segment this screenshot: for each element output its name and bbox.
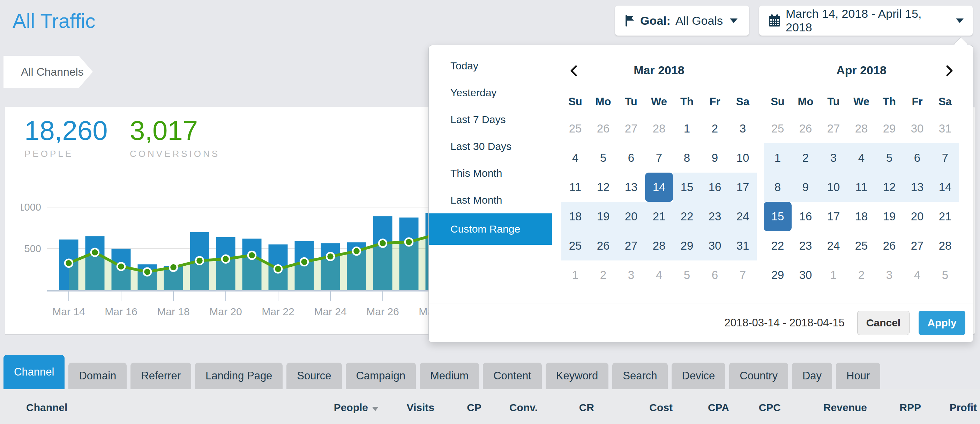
- day-cell[interactable]: 31: [931, 114, 959, 143]
- day-cell[interactable]: 29: [673, 231, 701, 260]
- day-cell[interactable]: 27: [903, 231, 931, 260]
- day-cell[interactable]: 27: [617, 114, 645, 143]
- day-cell[interactable]: 6: [617, 143, 645, 173]
- line-marker-mar-21[interactable]: [248, 251, 256, 259]
- tab-search[interactable]: Search: [612, 363, 667, 389]
- tab-domain[interactable]: Domain: [68, 363, 127, 389]
- day-cell[interactable]: 31: [729, 231, 757, 260]
- tab-country[interactable]: Country: [729, 363, 788, 389]
- preset-yesterday[interactable]: Yesterday: [429, 79, 552, 106]
- line-marker-mar-23[interactable]: [301, 258, 308, 266]
- tab-medium[interactable]: Medium: [420, 363, 479, 389]
- day-cell-selected[interactable]: 14: [645, 173, 673, 202]
- day-cell[interactable]: 6: [903, 143, 931, 173]
- day-cell[interactable]: 2: [589, 260, 617, 290]
- day-cell[interactable]: 1: [764, 143, 792, 173]
- day-cell[interactable]: 20: [617, 202, 645, 231]
- apply-button[interactable]: Apply: [919, 311, 965, 335]
- breadcrumb[interactable]: All Channels: [3, 56, 93, 88]
- day-cell[interactable]: 19: [875, 202, 903, 231]
- day-cell[interactable]: 21: [645, 202, 673, 231]
- cancel-button[interactable]: Cancel: [857, 311, 910, 335]
- day-cell[interactable]: 17: [729, 173, 757, 202]
- day-cell[interactable]: 27: [617, 231, 645, 260]
- line-marker-mar-20[interactable]: [222, 255, 229, 263]
- tab-device[interactable]: Device: [671, 363, 725, 389]
- day-cell[interactable]: 24: [729, 202, 757, 231]
- day-cell[interactable]: 5: [673, 260, 701, 290]
- day-cell[interactable]: 30: [701, 231, 729, 260]
- day-cell[interactable]: 24: [819, 231, 848, 260]
- day-cell[interactable]: 23: [792, 231, 819, 260]
- day-cell[interactable]: 28: [931, 231, 959, 260]
- day-cell[interactable]: 25: [562, 114, 589, 143]
- preset-last-month[interactable]: Last Month: [429, 187, 552, 213]
- tab-referrer[interactable]: Referrer: [130, 363, 191, 389]
- day-cell[interactable]: 3: [617, 260, 645, 290]
- line-marker-mar-14[interactable]: [65, 259, 73, 267]
- day-cell[interactable]: 2: [701, 114, 729, 143]
- day-cell[interactable]: 17: [819, 202, 848, 231]
- day-cell[interactable]: 16: [701, 173, 729, 202]
- day-cell[interactable]: 15: [673, 173, 701, 202]
- day-cell-selected[interactable]: 15: [764, 202, 792, 231]
- column-header-cpc[interactable]: CPC: [759, 402, 781, 413]
- column-header-revenue[interactable]: Revenue: [823, 402, 867, 413]
- tab-landing-page[interactable]: Landing Page: [195, 363, 283, 389]
- day-cell[interactable]: 9: [701, 143, 729, 173]
- column-header-cp[interactable]: CP: [467, 402, 482, 413]
- day-cell[interactable]: 26: [792, 114, 819, 143]
- line-marker-mar-15[interactable]: [91, 249, 99, 256]
- day-cell[interactable]: 7: [645, 143, 673, 173]
- day-cell[interactable]: 5: [589, 143, 617, 173]
- day-cell[interactable]: 26: [589, 114, 617, 143]
- day-cell[interactable]: 8: [673, 143, 701, 173]
- column-header-people[interactable]: People: [334, 402, 379, 413]
- preset-last-7-days[interactable]: Last 7 Days: [429, 106, 552, 133]
- tab-channel[interactable]: Channel: [3, 355, 65, 389]
- day-cell[interactable]: 20: [903, 202, 931, 231]
- day-cell[interactable]: 1: [819, 260, 848, 290]
- column-header-profit[interactable]: Profit: [950, 402, 977, 413]
- day-cell[interactable]: 25: [562, 231, 589, 260]
- column-header-rpp[interactable]: RPP: [899, 402, 921, 413]
- preset-today[interactable]: Today: [429, 52, 552, 79]
- tab-day[interactable]: Day: [792, 363, 832, 389]
- day-cell[interactable]: 3: [819, 143, 848, 173]
- day-cell[interactable]: 29: [764, 260, 792, 290]
- day-cell[interactable]: 11: [562, 173, 589, 202]
- day-cell[interactable]: 5: [875, 143, 903, 173]
- tab-content[interactable]: Content: [483, 363, 542, 389]
- line-marker-mar-26[interactable]: [379, 240, 387, 247]
- day-cell[interactable]: 18: [848, 202, 875, 231]
- day-cell[interactable]: 28: [848, 114, 875, 143]
- tab-keyword[interactable]: Keyword: [546, 363, 609, 389]
- column-header-channel[interactable]: Channel: [26, 402, 67, 413]
- day-cell[interactable]: 30: [903, 114, 931, 143]
- line-marker-mar-24[interactable]: [326, 253, 334, 260]
- tab-source[interactable]: Source: [286, 363, 342, 389]
- column-header-conv-[interactable]: Conv.: [509, 402, 538, 413]
- day-cell[interactable]: 2: [848, 260, 875, 290]
- day-cell[interactable]: 12: [589, 173, 617, 202]
- day-cell[interactable]: 28: [645, 114, 673, 143]
- preset-last-30-days[interactable]: Last 30 Days: [429, 133, 552, 160]
- column-header-visits[interactable]: Visits: [407, 402, 435, 413]
- line-marker-mar-25[interactable]: [353, 247, 360, 255]
- day-cell[interactable]: 29: [875, 114, 903, 143]
- day-cell[interactable]: 4: [645, 260, 673, 290]
- column-header-cr[interactable]: CR: [579, 402, 594, 413]
- day-cell[interactable]: 1: [562, 260, 589, 290]
- day-cell[interactable]: 25: [848, 231, 875, 260]
- column-header-cost[interactable]: Cost: [649, 402, 673, 413]
- day-cell[interactable]: 4: [848, 143, 875, 173]
- day-cell[interactable]: 7: [729, 260, 757, 290]
- day-cell[interactable]: 14: [931, 173, 959, 202]
- tab-campaign[interactable]: Campaign: [346, 363, 416, 389]
- line-marker-mar-27[interactable]: [405, 238, 413, 246]
- day-cell[interactable]: 4: [562, 143, 589, 173]
- day-cell[interactable]: 4: [903, 260, 931, 290]
- line-marker-mar-18[interactable]: [170, 264, 177, 271]
- line-marker-mar-22[interactable]: [274, 265, 282, 273]
- day-cell[interactable]: 7: [931, 143, 959, 173]
